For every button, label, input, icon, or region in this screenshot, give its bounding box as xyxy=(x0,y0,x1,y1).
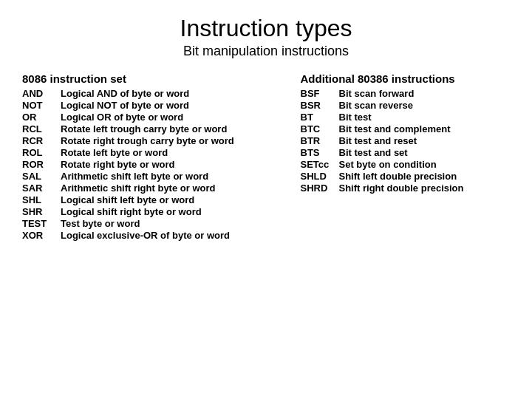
page: Instruction types Bit manipulation instr… xyxy=(0,0,532,399)
list-item: XORLogical exclusive-OR of byte or word xyxy=(22,230,279,241)
instruction-desc: Logical shift left byte or word xyxy=(61,194,194,205)
instruction-desc: Arithmetic shift right byte or word xyxy=(61,183,215,194)
instruction-code: RCL xyxy=(22,123,61,134)
instruction-desc: Logical OR of byte or word xyxy=(61,112,183,123)
instruction-code: XOR xyxy=(22,230,61,241)
list-item: TESTTest byte or word xyxy=(22,218,279,229)
right-section-header: Additional 80386 instructions xyxy=(301,72,511,85)
list-item: SAR Arithmetic shift right byte or word xyxy=(22,183,279,194)
instruction-code: SHR xyxy=(22,206,61,217)
instruction-desc: Bit test and set xyxy=(339,147,408,158)
list-item: BTSBit test and set xyxy=(301,147,511,158)
content-area: 8086 instruction set ANDLogical AND of b… xyxy=(22,72,510,242)
instruction-desc: Shift left double precision xyxy=(339,171,457,182)
instruction-desc: Bit scan reverse xyxy=(339,100,413,111)
instruction-desc: Arithmetic shift left byte or word xyxy=(61,171,208,182)
instruction-desc: Rotate left byte or word xyxy=(61,147,168,158)
instruction-code: ROL xyxy=(22,147,61,158)
instruction-code: SHL xyxy=(22,194,61,205)
instruction-desc: Bit scan forward xyxy=(339,88,415,99)
instruction-desc: Shift right double precision xyxy=(339,183,464,194)
list-item: RCLRotate left trough carry byte or word xyxy=(22,123,279,134)
list-item: BTBit test xyxy=(301,112,511,123)
list-item: SALArithmetic shift left byte or word xyxy=(22,171,279,182)
instruction-desc: Test byte or word xyxy=(61,218,140,229)
left-instruction-table: ANDLogical AND of byte or wordNOTLogical… xyxy=(22,88,279,242)
list-item: SETccSet byte on condition xyxy=(301,159,511,170)
instruction-code: BTS xyxy=(301,147,339,158)
instruction-code: SAL xyxy=(22,171,61,182)
list-item: BTRBit test and reset xyxy=(301,135,511,146)
list-item: ANDLogical AND of byte or word xyxy=(22,88,279,99)
instruction-desc: Logical exclusive-OR of byte or word xyxy=(61,230,230,241)
instruction-code: OR xyxy=(22,112,61,123)
instruction-desc: Bit test xyxy=(339,112,372,123)
left-column: 8086 instruction set ANDLogical AND of b… xyxy=(22,72,279,242)
instruction-code: ROR xyxy=(22,159,61,170)
list-item: SHL Logical shift left byte or word xyxy=(22,194,279,205)
instruction-code: SAR xyxy=(22,183,61,194)
list-item: ROL Rotate left byte or word xyxy=(22,147,279,158)
instruction-code: SHRD xyxy=(301,183,339,194)
instruction-desc: Bit test and complement xyxy=(339,123,451,134)
instruction-desc: Logical shift right byte or word xyxy=(61,206,202,217)
instruction-code: SETcc xyxy=(301,159,339,170)
left-section-header: 8086 instruction set xyxy=(22,72,279,85)
instruction-desc: Rotate left trough carry byte or word xyxy=(61,123,227,134)
list-item: ORLogical OR of byte or word xyxy=(22,112,279,123)
instruction-desc: Rotate right trough carry byte or word xyxy=(61,135,234,146)
right-column: Additional 80386 instructions BSFBit sca… xyxy=(301,72,511,242)
main-title: Instruction types xyxy=(180,15,352,42)
instruction-code: BSR xyxy=(301,100,339,111)
list-item: SHRDShift right double precision xyxy=(301,183,511,194)
instruction-code: TEST xyxy=(22,218,61,229)
list-item: ROR Rotate right byte or word xyxy=(22,159,279,170)
list-item: SHR Logical shift right byte or word xyxy=(22,206,279,217)
list-item: BSFBit scan forward xyxy=(301,88,511,99)
sub-title: Bit manipulation instructions xyxy=(183,44,349,59)
instruction-desc: Bit test and reset xyxy=(339,135,417,146)
instruction-code: AND xyxy=(22,88,61,99)
instruction-code: RCR xyxy=(22,135,61,146)
list-item: RCRRotate right trough carry byte or wor… xyxy=(22,135,279,146)
instruction-desc: Logical NOT of byte or word xyxy=(61,100,189,111)
instruction-code: BTR xyxy=(301,135,339,146)
instruction-code: BSF xyxy=(301,88,339,99)
instruction-desc: Logical AND of byte or word xyxy=(61,88,189,99)
instruction-code: BTC xyxy=(301,123,339,134)
list-item: NOTLogical NOT of byte or word xyxy=(22,100,279,111)
list-item: BTCBit test and complement xyxy=(301,123,511,134)
instruction-code: SHLD xyxy=(301,171,339,182)
instruction-desc: Rotate right byte or word xyxy=(61,159,175,170)
instruction-desc: Set byte on condition xyxy=(339,159,437,170)
list-item: BSRBit scan reverse xyxy=(301,100,511,111)
list-item: SHLDShift left double precision xyxy=(301,171,511,182)
instruction-code: NOT xyxy=(22,100,61,111)
right-instruction-table: BSFBit scan forwardBSRBit scan reverseBT… xyxy=(301,88,511,194)
instruction-code: BT xyxy=(301,112,339,123)
